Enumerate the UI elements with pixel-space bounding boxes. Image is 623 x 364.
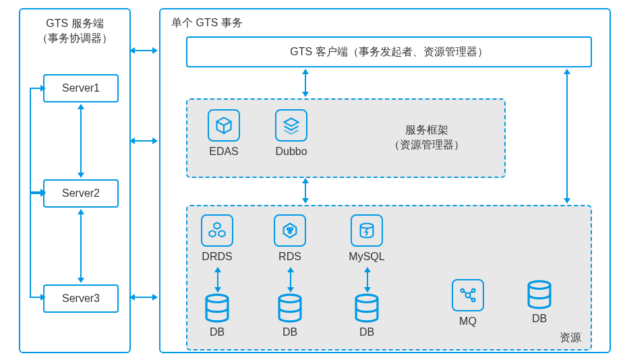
layers-icon: [275, 109, 307, 142]
rds-item: RDS: [274, 214, 306, 263]
gts-client-box: GTS 客户端（事务发起者、资源管理器）: [186, 36, 592, 67]
db-3: DB: [352, 293, 382, 338]
title-line1: GTS 服务端: [46, 18, 103, 29]
cube-icon: [208, 109, 240, 142]
mysql-item: MySQL: [345, 214, 388, 263]
arrow-drds-db: [217, 272, 218, 287]
db-1: DB: [202, 293, 232, 338]
svg-marker-2: [218, 231, 225, 237]
database-icon: [202, 293, 232, 324]
arrow-framework-resource: [305, 183, 306, 198]
arrow-rds-db: [290, 272, 291, 287]
dubbo-item: Dubbo: [275, 109, 307, 158]
arrow-left-right-bot: [135, 297, 152, 298]
arrow-mysql-db: [367, 272, 368, 287]
svg-marker-1: [209, 231, 215, 237]
db-right: DB: [525, 279, 554, 325]
arrow-client-resource: [566, 74, 568, 198]
gts-transaction-panel: 单个 GTS 事务 GTS 客户端（事务发起者、资源管理器） EDAS Dubb…: [159, 8, 611, 353]
arrow-left-right-top: [135, 50, 152, 51]
server3-box: Server3: [43, 284, 119, 313]
svg-point-9: [279, 295, 301, 302]
svg-point-5: [291, 228, 293, 231]
lconnector-1: [30, 88, 31, 193]
svg-point-8: [206, 295, 228, 302]
database-icon: [352, 293, 382, 324]
arrow-s2-s3: [80, 214, 82, 278]
edas-item: EDAS: [208, 109, 240, 158]
drds-item: DRDS: [201, 214, 233, 263]
database-icon: [275, 293, 305, 324]
arrow-s1-s2: [80, 109, 82, 173]
svg-point-7: [361, 224, 374, 229]
resource-box: 资源 DRDS RDS MySQL: [186, 205, 592, 351]
db-lightning-icon: [351, 214, 383, 247]
arrow-client-framework: [305, 74, 306, 92]
gts-server-title: GTS 服务端 （事务协调器）: [20, 16, 129, 45]
svg-point-15: [529, 281, 550, 289]
hex-cluster-icon: [201, 214, 233, 247]
mq-network-icon: [452, 279, 484, 311]
server1-box: Server1: [43, 74, 119, 102]
svg-marker-0: [214, 222, 220, 229]
transaction-title: 单个 GTS 事务: [171, 16, 243, 30]
arrow-left-right-mid: [135, 140, 152, 142]
database-icon: [525, 279, 554, 310]
lconnector-2: [30, 193, 31, 298]
gts-server-panel: GTS 服务端 （事务协调器） Server1 Server2 Server3: [19, 8, 131, 353]
hex-icon: [274, 214, 306, 247]
svg-point-4: [287, 228, 290, 231]
resource-label: 资源: [560, 331, 581, 345]
framework-label: 服务框架 （资源管理器）: [356, 123, 498, 153]
svg-point-10: [356, 295, 378, 302]
svg-point-14: [472, 299, 475, 302]
svg-point-6: [289, 231, 291, 234]
svg-point-13: [472, 289, 475, 293]
db-2: DB: [275, 293, 305, 338]
server2-box: Server2: [43, 179, 119, 208]
service-framework-box: EDAS Dubbo 服务框架 （资源管理器）: [186, 98, 506, 178]
title-line2: （事务协调器）: [37, 32, 113, 44]
mq-item: MQ: [452, 279, 484, 328]
svg-point-12: [461, 289, 465, 293]
